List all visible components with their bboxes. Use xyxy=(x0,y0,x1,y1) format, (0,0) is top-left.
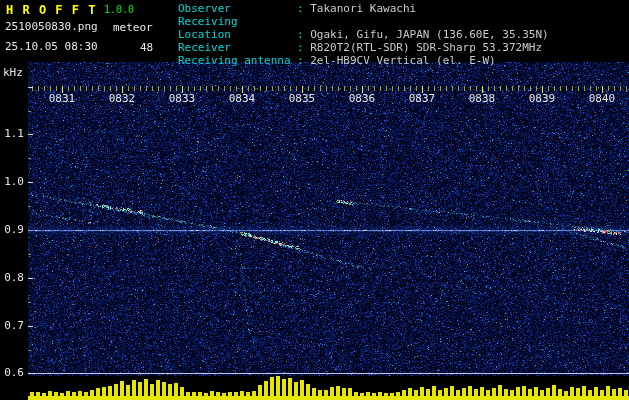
info-label: Receiving Location xyxy=(178,15,297,41)
info-row: Receiver: R820T2(RTL-SDR) SDR-Sharp 53.3… xyxy=(178,41,549,54)
info-colon: : xyxy=(297,54,310,67)
app-title: H R O F F T xyxy=(6,3,96,17)
freq-tick-label: 1.0 xyxy=(0,175,24,188)
freq-tick-label: 0.8 xyxy=(0,271,24,284)
time-tick-label: 0832 xyxy=(102,92,142,105)
info-colon: : xyxy=(297,41,310,54)
info-colon: : xyxy=(297,2,310,15)
app-version: 1.0.0 xyxy=(104,4,134,15)
info-row: Observer: Takanori Kawachi xyxy=(178,2,549,15)
time-tick-label: 0833 xyxy=(162,92,202,105)
datetime-label: 25.10.05 08:30 xyxy=(5,40,98,53)
info-value: Ogaki, Gifu, JAPAN (136.60E, 35.35N) xyxy=(310,28,548,41)
freq-tick-label: 1.1 xyxy=(0,127,24,140)
freq-tick-label: 0.7 xyxy=(0,319,24,332)
freq-axis-unit: kHz xyxy=(3,66,23,79)
info-row: Receiving antenna: 2el-HB9CV Vertical (e… xyxy=(178,54,549,67)
time-tick-label: 0836 xyxy=(342,92,382,105)
file-name: 2510050830.png xyxy=(5,20,98,33)
hrofft-window: H R O F F T 1.0.0 2510050830.png meteor … xyxy=(0,0,629,400)
mode-label: meteor xyxy=(113,21,153,34)
time-tick-label: 0840 xyxy=(582,92,622,105)
freq-tick-label: 0.9 xyxy=(0,223,24,236)
meteor-count: 48 xyxy=(140,41,153,54)
info-label: Receiver xyxy=(178,41,297,54)
info-value: R820T2(RTL-SDR) SDR-Sharp 53.372MHz xyxy=(310,41,542,54)
info-label: Observer xyxy=(178,2,297,15)
time-tick-label: 0839 xyxy=(522,92,562,105)
time-tick-label: 0831 xyxy=(42,92,82,105)
time-tick-label: 0834 xyxy=(222,92,262,105)
time-tick-label: 0837 xyxy=(402,92,442,105)
info-label: Receiving antenna xyxy=(178,54,297,67)
info-colon: : xyxy=(297,28,310,41)
time-tick-label: 0835 xyxy=(282,92,322,105)
info-value: 2el-HB9CV Vertical (el. E-W) xyxy=(310,54,495,67)
time-tick-label: 0838 xyxy=(462,92,502,105)
info-panel: Observer: Takanori KawachiReceiving Loca… xyxy=(178,2,549,67)
info-value: Takanori Kawachi xyxy=(310,2,416,15)
freq-tick-label: 0.6 xyxy=(0,366,24,379)
info-row: Receiving Location: Ogaki, Gifu, JAPAN (… xyxy=(178,15,549,41)
